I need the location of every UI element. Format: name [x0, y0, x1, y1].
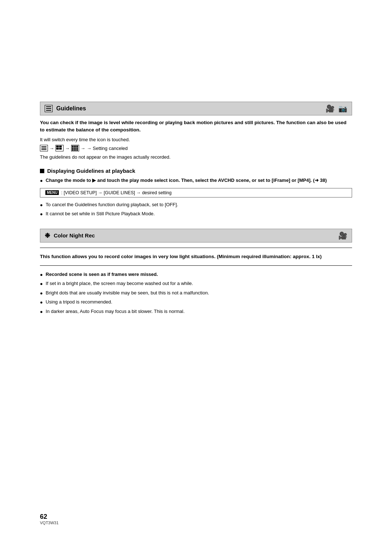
color-night-bullet-0-text: Recorded scene is seen as if frames were…	[46, 271, 158, 278]
guidelines-header-icons: 🎥 📷	[326, 104, 347, 113]
color-night-bullet-3: ● Using a tripod is recommended.	[40, 298, 352, 306]
guidelines-header-left: Guidelines	[45, 105, 86, 112]
guidelines-note: The guidelines do not appear on the imag…	[40, 154, 352, 161]
video-camera-icon: 🎥	[326, 104, 335, 113]
menu-instruction-text: : [VIDEO SETUP] → [GUIDE LINES] → desire…	[61, 190, 171, 195]
note-2-item: ● It cannot be set while in Still Pictur…	[40, 210, 352, 218]
color-night-bullet-0: ● Recorded scene is seen as if frames we…	[40, 271, 352, 278]
bullet-square-icon	[40, 169, 44, 173]
bullet-dot-cn-1: ●	[40, 280, 43, 288]
color-night-title: Color Night Rec	[54, 232, 95, 239]
still-camera-icon: 📷	[338, 104, 347, 113]
icon-sequence-row: → → → → Setting canceled	[40, 145, 352, 151]
page-code: VQT3W31	[40, 521, 58, 525]
color-night-bullet-4-text: In darker areas, Auto Focus may focus a …	[46, 308, 185, 315]
bullet-dot-note2: ●	[40, 211, 43, 218]
bullet-dot-cn-0: ●	[40, 271, 43, 278]
change-mode-text: Change the mode to ▶ and touch the play …	[46, 177, 327, 184]
color-night-bullet-3-text: Using a tripod is recommended.	[46, 298, 113, 306]
bullet-dot-cn-2: ●	[40, 290, 43, 297]
note-2-text: It cannot be set while in Still Picture …	[46, 210, 155, 217]
switch-text: It will switch every time the icon is to…	[40, 136, 352, 144]
color-night-divider	[40, 248, 352, 248]
bullet-dot-note1: ●	[40, 201, 43, 209]
menu-instruction-box: MENU : [VIDEO SETUP] → [GUIDE LINES] → d…	[40, 188, 352, 197]
color-night-divider-2	[40, 265, 352, 266]
setting-canceled-text: → Setting canceled	[87, 146, 128, 151]
bullet-dot-cn-4: ●	[40, 308, 43, 315]
page-number: 62	[40, 513, 58, 521]
grid-2x2-icon	[56, 145, 64, 151]
bullet-dot-1: ●	[40, 177, 43, 184]
grid-3x3-icon	[71, 145, 79, 151]
color-night-bullet-1: ● If set in a bright place, the screen m…	[40, 280, 352, 288]
menu-lines-icon	[45, 105, 53, 112]
color-night-intro: This function allows you to record color…	[40, 253, 352, 260]
note-1-text: To cancel the Guidelines function during…	[46, 201, 178, 208]
color-night-bullet-2-text: Bright dots that are usually invisible m…	[46, 289, 209, 297]
color-night-bullet-2: ● Bright dots that are usually invisible…	[40, 289, 352, 297]
color-night-section-header: ❉ Color Night Rec 🎥	[40, 229, 352, 243]
guidelines-section-header: Guidelines 🎥 📷	[40, 102, 352, 115]
guidelines-title: Guidelines	[56, 105, 86, 112]
arrow-3: →	[81, 146, 85, 151]
color-night-icon: ❉	[45, 232, 50, 240]
menu-label: MENU	[45, 190, 59, 195]
guidelines-intro-text: You can check if the image is level whil…	[40, 119, 352, 134]
color-night-video-icon: 🎥	[338, 232, 347, 240]
color-night-bullet-4: ● In darker areas, Auto Focus may focus …	[40, 308, 352, 315]
color-night-bullets: ● Recorded scene is seen as if frames we…	[40, 271, 352, 315]
color-night-bullet-1-text: If set in a bright place, the screen may…	[46, 280, 193, 287]
page: Guidelines 🎥 📷 You can check if the imag…	[0, 0, 392, 554]
color-night-header-icons: 🎥	[338, 231, 347, 240]
color-night-header-left: ❉ Color Night Rec	[45, 232, 95, 240]
displaying-guidelines-heading: Displaying Guidelines at playback	[40, 168, 352, 174]
page-footer: 62 VQT3W31	[40, 513, 58, 525]
bullet-dot-cn-3: ●	[40, 299, 43, 306]
arrow-1: →	[49, 146, 54, 151]
lines-icon-1	[40, 145, 48, 151]
change-mode-bullet: ● Change the mode to ▶ and touch the pla…	[40, 177, 352, 184]
displaying-guidelines-title: Displaying Guidelines at playback	[47, 168, 135, 174]
note-1-item: ● To cancel the Guidelines function duri…	[40, 201, 352, 209]
arrow-2: →	[65, 146, 70, 151]
